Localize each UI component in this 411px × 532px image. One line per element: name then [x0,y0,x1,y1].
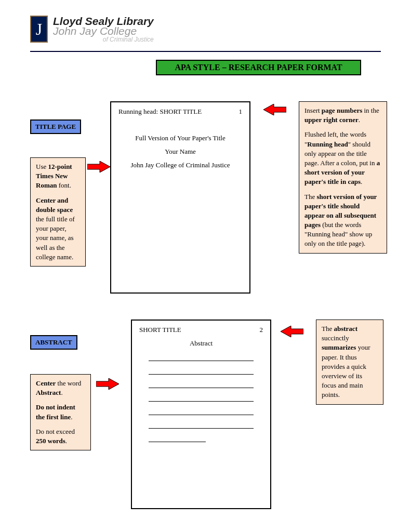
abstract-line [149,390,254,402]
font-p2: Center and double space the full title o… [36,196,80,262]
svg-marker-3 [281,326,303,337]
arrow-left-icon [281,326,303,337]
box-abstract-left: Center the word Abstract. Do not indent … [30,374,91,450]
absr-p1: The abstract succinctly summarizes your … [322,324,378,400]
title-page-mockup: Running head: SHORT TITLE 1 Full Version… [110,101,250,294]
paper1-author: Your Name [118,145,242,158]
page-number-1: 1 [239,108,243,116]
abstract-line [149,350,254,361]
abstract-line [149,377,254,388]
abs-p1: Center the word Abstract. [36,379,85,397]
box-abstract-right: The abstract succinctly summarizes your … [316,320,383,405]
abs-p3: Do not exceed 250 words. [36,427,85,446]
pn-p2: Flushed left, the words "Running head" s… [304,130,381,187]
pn-p1: Insert page numbers in the upper right c… [304,106,381,125]
logo-icon: J [30,16,48,43]
running-head-text: Running head: SHORT TITLE [118,108,202,116]
svg-marker-1 [263,104,286,115]
abstract-page-mockup: SHORT TITLE 2 Abstract [131,320,271,509]
pn-p3: The short version of your paper's title … [304,192,381,249]
arrow-right-icon [96,378,119,390]
font-p1: Use 12-point Times New Roman font. [36,162,80,191]
library-header: J Lloyd Sealy Library John Jay College o… [30,16,381,52]
title-banner: APA STYLE – RESEARCH PAPER FORMAT [156,60,361,75]
abstract-line [149,363,254,375]
page-number-2: 2 [260,326,263,334]
short-title-text: SHORT TITLE [139,326,181,334]
header-text: Lloyd Sealy Library John Jay College of … [53,16,154,43]
arrow-left-icon [263,104,286,115]
box-page-number: Insert page numbers in the upper right c… [299,101,387,254]
paper1-title: Full Version of Your Paper's Title [118,131,242,145]
abstract-line [149,417,254,429]
header-line2: John Jay College [53,25,154,36]
paper1-institution: John Jay College of Criminal Justice [118,158,242,172]
label-abstract: ABSTRACT [30,335,77,350]
box-font-instructions: Use 12-point Times New Roman font. Cente… [30,157,86,267]
abstract-line [149,404,254,415]
svg-marker-2 [96,378,119,390]
header-line3: of Criminal Justice [53,36,154,43]
arrow-right-icon [87,161,110,172]
paper1-center: Full Version of Your Paper's Title Your … [118,131,242,172]
abs-p2: Do not indent the first line. [36,403,85,421]
abstract-line [149,431,206,442]
label-title-page: TITLE PAGE [30,119,81,134]
abstract-heading: Abstract [139,339,263,348]
svg-marker-0 [87,161,110,172]
paper2-header: SHORT TITLE 2 [139,326,263,334]
paper1-header: Running head: SHORT TITLE 1 [118,108,242,116]
